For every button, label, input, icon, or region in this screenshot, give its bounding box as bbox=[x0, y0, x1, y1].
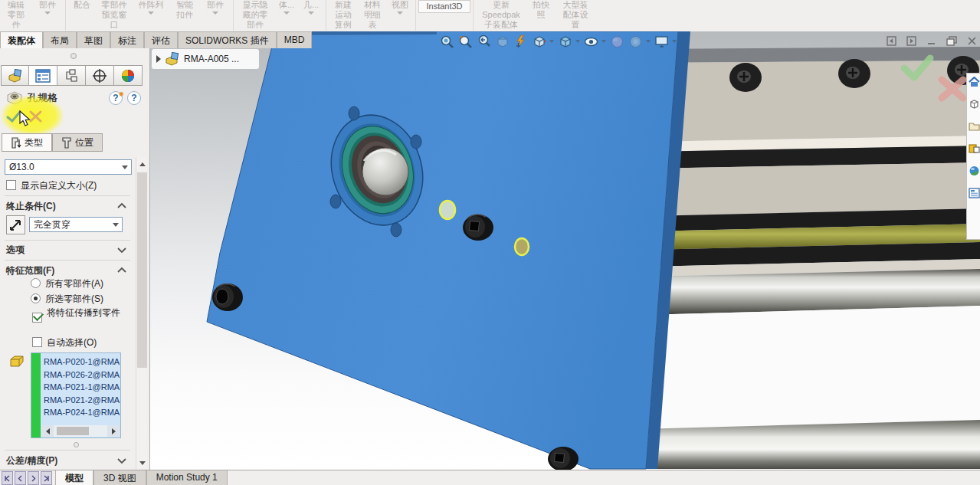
scroll-down-button[interactable] bbox=[137, 457, 147, 468]
ribbon-component-preview-button[interactable]: 零部件 预览窗 口 bbox=[96, 0, 133, 30]
appearances-scenes-icon[interactable] bbox=[969, 165, 980, 176]
section-view-button[interactable] bbox=[493, 34, 510, 49]
solidworks-resources-icon[interactable] bbox=[969, 77, 980, 87]
bushing[interactable] bbox=[212, 283, 243, 311]
design-library-icon[interactable] bbox=[969, 99, 980, 110]
expand-chevron-icon[interactable] bbox=[116, 455, 127, 466]
view-orientation-button[interactable] bbox=[530, 34, 547, 49]
highlighted-hole[interactable] bbox=[515, 238, 529, 255]
tab-sketch[interactable]: 草图 bbox=[77, 31, 110, 48]
show-custom-size-checkbox[interactable] bbox=[6, 180, 16, 190]
previous-view-button[interactable] bbox=[475, 34, 492, 49]
last-tab-button[interactable] bbox=[41, 471, 52, 485]
ribbon-instant3d-button[interactable]: Instant3D bbox=[418, 0, 470, 13]
pm-tab-position[interactable]: 位置 bbox=[52, 133, 103, 152]
ribbon-mate-button[interactable]: 配合 bbox=[68, 0, 96, 10]
zoom-to-area-button[interactable] bbox=[457, 34, 474, 49]
ribbon-large-assembly-settings-button[interactable]: 大型装 配体设 置 bbox=[556, 0, 595, 30]
display-style-button[interactable] bbox=[556, 34, 573, 49]
view-palette-icon[interactable] bbox=[969, 143, 980, 154]
ribbon-smart-fasteners-button[interactable]: 智能 扣件 bbox=[169, 0, 200, 20]
graphics-viewport[interactable] bbox=[150, 31, 980, 470]
component-list-item[interactable]: RMA-P021-1@RMA- bbox=[44, 381, 121, 394]
collapse-left-pane-icon[interactable] bbox=[887, 36, 896, 46]
component-list-item[interactable]: RMA-P026-2@RMA- bbox=[44, 369, 121, 382]
scrollbar-thumb[interactable] bbox=[137, 172, 147, 368]
ribbon-new-motion-study-button[interactable]: 新建 运动 算例 bbox=[329, 0, 358, 30]
end-condition-direction-button[interactable] bbox=[6, 215, 25, 234]
machine-frame[interactable] bbox=[640, 47, 980, 469]
propagate-feature-checkbox[interactable] bbox=[32, 313, 42, 323]
highlighted-hole[interactable] bbox=[440, 201, 455, 219]
ribbon-component-pattern-button[interactable]: 件阵列 bbox=[133, 0, 169, 15]
tab-display-manager[interactable] bbox=[114, 65, 143, 86]
pm-vertical-scrollbar[interactable] bbox=[136, 157, 147, 470]
collapse-chevron-icon[interactable] bbox=[116, 201, 127, 211]
component-list-item[interactable]: RMA-P020-1@RMA- bbox=[44, 356, 121, 369]
help-button[interactable]: ? bbox=[127, 91, 141, 105]
file-explorer-icon[interactable] bbox=[969, 121, 980, 132]
dropdown-caret-icon[interactable] bbox=[646, 40, 651, 43]
options-group-header[interactable]: 选项 bbox=[6, 244, 25, 257]
dropdown-caret-icon[interactable] bbox=[601, 40, 606, 43]
tab-configuration-manager[interactable] bbox=[57, 65, 86, 86]
tab-motion-study-1[interactable]: Motion Study 1 bbox=[146, 470, 228, 485]
tab-annotation[interactable]: 标注 bbox=[110, 31, 144, 48]
dropdown-caret-icon[interactable] bbox=[672, 40, 677, 43]
hide-show-items-button[interactable] bbox=[582, 34, 599, 49]
view-settings-button[interactable] bbox=[653, 34, 670, 49]
component-list-item[interactable]: RMA-P024-1@RMA- bbox=[44, 406, 121, 419]
assembly-root-label[interactable]: RMA-A005 ... bbox=[184, 54, 239, 64]
first-tab-button[interactable] bbox=[2, 471, 13, 485]
zoom-to-fit-button[interactable] bbox=[438, 34, 455, 49]
tolerance-group-header[interactable]: 公差/精度(P) bbox=[6, 454, 57, 467]
scroll-right-button[interactable] bbox=[107, 425, 120, 437]
ribbon-insert-component-button[interactable]: 部件 bbox=[32, 0, 63, 15]
end-condition-group-header[interactable]: 终止条件(C) bbox=[6, 200, 56, 213]
dynamic-annotation-views-button[interactable] bbox=[512, 34, 529, 49]
edit-appearance-button[interactable] bbox=[608, 34, 625, 49]
feature-scope-listbox[interactable]: RMA-P020-1@RMA- RMA-P026-2@RMA- RMA-P021… bbox=[31, 352, 121, 438]
ribbon-reference-geometry-button[interactable]: 几... bbox=[299, 0, 323, 15]
tab-property-manager[interactable] bbox=[29, 65, 57, 86]
restore-icon[interactable] bbox=[946, 36, 957, 46]
panel-splitter-handle[interactable] bbox=[70, 53, 77, 59]
collapse-chevron-icon[interactable] bbox=[116, 265, 127, 276]
panel-screw[interactable] bbox=[729, 63, 762, 92]
feature-scope-group-header[interactable]: 特征范围(F) bbox=[6, 264, 54, 277]
scroll-up-button[interactable] bbox=[137, 159, 147, 169]
panel-screw[interactable] bbox=[838, 59, 870, 88]
ribbon-take-snapshot-button[interactable]: 拍快 照 bbox=[526, 0, 556, 20]
minimize-icon[interactable] bbox=[926, 36, 936, 46]
tree-expand-caret-icon[interactable] bbox=[156, 55, 161, 63]
end-condition-combo[interactable]: 完全贯穿 bbox=[29, 217, 123, 232]
selected-components-radio[interactable] bbox=[31, 293, 41, 303]
tab-evaluate[interactable]: 评估 bbox=[144, 31, 178, 48]
tab-solidworks-addins[interactable]: SOLIDWORKS 插件 bbox=[178, 31, 277, 48]
dropdown-caret-icon[interactable] bbox=[549, 40, 554, 43]
all-components-radio[interactable] bbox=[31, 278, 41, 288]
whats-wrong-help-button[interactable]: ?✹ bbox=[109, 91, 123, 105]
ribbon-bill-of-materials-button[interactable]: 材料 明细 表 bbox=[358, 0, 387, 30]
pm-resize-handle[interactable] bbox=[74, 442, 79, 447]
tab-layout[interactable]: 布局 bbox=[43, 31, 77, 48]
tab-assembly[interactable]: 装配体 bbox=[0, 31, 43, 48]
ribbon-edit-component-button[interactable]: 编辑 零部 件 bbox=[0, 0, 32, 30]
apply-scene-button[interactable] bbox=[627, 34, 644, 49]
scroll-left-button[interactable] bbox=[41, 425, 54, 437]
pm-tab-type[interactable]: 类型 bbox=[2, 133, 52, 152]
ribbon-move-component-button[interactable]: 部件 bbox=[200, 0, 231, 15]
dropdown-caret-icon[interactable] bbox=[575, 40, 580, 43]
scrollbar-thumb[interactable] bbox=[57, 427, 89, 435]
close-icon[interactable] bbox=[967, 36, 977, 46]
component-list-item[interactable]: RMA-P021-2@RMA- bbox=[44, 394, 121, 407]
auto-select-checkbox[interactable] bbox=[32, 337, 42, 347]
ribbon-assembly-features-button[interactable]: 体... bbox=[274, 0, 299, 15]
tab-model[interactable]: 模型 bbox=[55, 470, 93, 485]
listbox-horizontal-scrollbar[interactable] bbox=[41, 425, 120, 437]
tab-mbd[interactable]: MBD bbox=[277, 31, 313, 48]
ribbon-show-hidden-components-button[interactable]: 显示隐 藏的零 部件 bbox=[236, 0, 274, 30]
previous-tab-button[interactable] bbox=[15, 471, 26, 485]
hole-size-combo[interactable]: Ø13.0 bbox=[5, 159, 132, 175]
next-tab-button[interactable] bbox=[28, 471, 39, 485]
